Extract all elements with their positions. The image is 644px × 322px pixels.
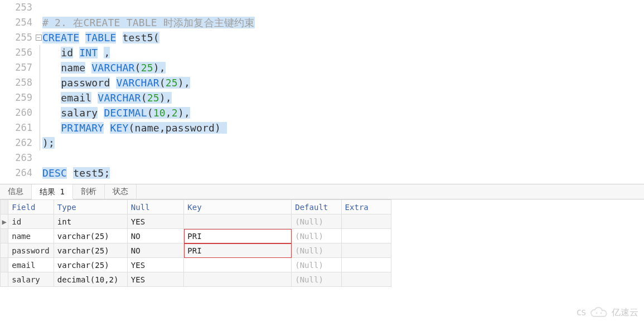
fold-gutter [35, 120, 42, 135]
cell[interactable]: PRI [184, 243, 292, 258]
code-line[interactable]: 260 salary DECIMAL(10,2), [0, 105, 644, 120]
code-content[interactable] [42, 0, 644, 15]
cell[interactable]: YES [127, 258, 184, 272]
code-content[interactable]: email VARCHAR(25), [42, 90, 644, 105]
cell[interactable]: id [8, 214, 54, 229]
fold-gutter[interactable]: − [35, 30, 42, 45]
code-line[interactable]: 259 email VARCHAR(25), [0, 90, 644, 105]
cell[interactable]: (Null) [292, 229, 341, 243]
line-number: 258 [0, 75, 35, 90]
code-content[interactable]: password VARCHAR(25), [42, 75, 644, 90]
line-number: 263 [0, 150, 35, 165]
tab-信息[interactable]: 信息 [0, 184, 32, 199]
line-number: 257 [0, 60, 35, 75]
table-row[interactable]: emailvarchar(25)YES(Null) [1, 258, 391, 272]
cell[interactable]: varchar(25) [54, 229, 127, 243]
table-row[interactable]: ▶idintYES(Null) [1, 214, 391, 229]
cell[interactable]: (Null) [292, 214, 341, 229]
cell[interactable]: salary [8, 272, 54, 287]
cell[interactable] [341, 272, 391, 287]
cell[interactable]: password [8, 243, 54, 258]
table-row[interactable]: salarydecimal(10,2)YES(Null) [1, 272, 391, 287]
cell[interactable]: YES [127, 272, 184, 287]
cell[interactable]: (Null) [292, 272, 341, 287]
code-content[interactable]: salary DECIMAL(10,2), [42, 105, 644, 120]
code-line[interactable]: 264DESC test5; [0, 165, 644, 180]
cell[interactable]: decimal(10,2) [54, 272, 127, 287]
col-header[interactable]: Field [8, 200, 54, 214]
cell[interactable]: NO [127, 243, 184, 258]
tab-剖析[interactable]: 剖析 [73, 184, 105, 199]
cell[interactable] [184, 272, 292, 287]
cloud-icon [589, 306, 608, 319]
cell[interactable]: YES [127, 214, 184, 229]
fold-gutter [35, 165, 42, 180]
code-content[interactable]: name VARCHAR(25), [42, 60, 644, 75]
cell[interactable] [184, 258, 292, 272]
cell[interactable]: (Null) [292, 258, 341, 272]
code-line[interactable]: 256 id INT , [0, 45, 644, 60]
code-line[interactable]: 263 [0, 150, 644, 165]
col-header[interactable]: Null [127, 200, 184, 214]
row-marker [1, 243, 8, 258]
sql-editor[interactable]: 253254# 2. 在CREATE TABLE 时添加复合主键约束255−CR… [0, 0, 644, 180]
result-tabs: 信息结果 1剖析状态 [0, 184, 644, 199]
fold-gutter [35, 150, 42, 165]
code-content[interactable]: ); [42, 135, 644, 150]
line-number: 261 [0, 120, 35, 135]
code-content[interactable]: id INT , [42, 45, 644, 60]
line-number: 262 [0, 135, 35, 150]
code-line[interactable]: 258 password VARCHAR(25), [0, 75, 644, 90]
code-line[interactable]: 255−CREATE TABLE test5( [0, 30, 644, 45]
code-content[interactable]: DESC test5; [42, 165, 644, 180]
row-marker: ▶ [1, 214, 8, 229]
col-header[interactable]: Extra [341, 200, 391, 214]
cell[interactable]: PRI [184, 229, 292, 243]
line-number: 259 [0, 90, 35, 105]
cell[interactable]: name [8, 229, 54, 243]
line-number: 253 [0, 0, 35, 15]
col-header[interactable]: Type [54, 200, 127, 214]
svg-point-1 [601, 313, 602, 314]
row-marker [1, 258, 8, 272]
line-number: 254 [0, 15, 35, 30]
code-content[interactable] [42, 150, 644, 165]
cell[interactable]: (Null) [292, 243, 341, 258]
code-line[interactable]: 261 PRIMARY KEY(name,password) [0, 120, 644, 135]
cell[interactable]: varchar(25) [54, 243, 127, 258]
row-marker [1, 229, 8, 243]
cell[interactable]: email [8, 258, 54, 272]
code-content[interactable]: PRIMARY KEY(name,password) [42, 120, 644, 135]
watermark-text: 亿速云 [612, 307, 638, 319]
cell[interactable]: NO [127, 229, 184, 243]
fold-gutter [35, 75, 42, 90]
table-row[interactable]: passwordvarchar(25)NOPRI(Null) [1, 243, 391, 258]
col-header[interactable]: Key [184, 200, 292, 214]
code-content[interactable]: CREATE TABLE test5( [42, 30, 644, 45]
cell[interactable] [341, 243, 391, 258]
fold-gutter [35, 135, 42, 150]
cell[interactable]: int [54, 214, 127, 229]
code-content[interactable]: # 2. 在CREATE TABLE 时添加复合主键约束 [42, 15, 644, 30]
row-marker [1, 272, 8, 287]
code-line[interactable]: 254# 2. 在CREATE TABLE 时添加复合主键约束 [0, 15, 644, 30]
code-line[interactable]: 253 [0, 0, 644, 15]
line-number: 260 [0, 105, 35, 120]
fold-gutter [35, 0, 42, 15]
cell[interactable] [341, 214, 391, 229]
tab-结果 1[interactable]: 结果 1 [32, 184, 73, 199]
cell[interactable] [184, 214, 292, 229]
table-row[interactable]: namevarchar(25)NOPRI(Null) [1, 229, 391, 243]
result-grid[interactable]: FieldTypeNullKeyDefaultExtra▶idintYES(Nu… [0, 199, 391, 287]
cell[interactable] [341, 229, 391, 243]
code-line[interactable]: 257 name VARCHAR(25), [0, 60, 644, 75]
fold-gutter [35, 60, 42, 75]
col-header[interactable]: Default [292, 200, 341, 214]
code-line[interactable]: 262); [0, 135, 644, 150]
fold-gutter [35, 90, 42, 105]
cell[interactable] [341, 258, 391, 272]
cell[interactable]: varchar(25) [54, 258, 127, 272]
tab-状态[interactable]: 状态 [105, 184, 137, 199]
fold-gutter [35, 15, 42, 30]
watermark-cs: CS [577, 308, 586, 317]
